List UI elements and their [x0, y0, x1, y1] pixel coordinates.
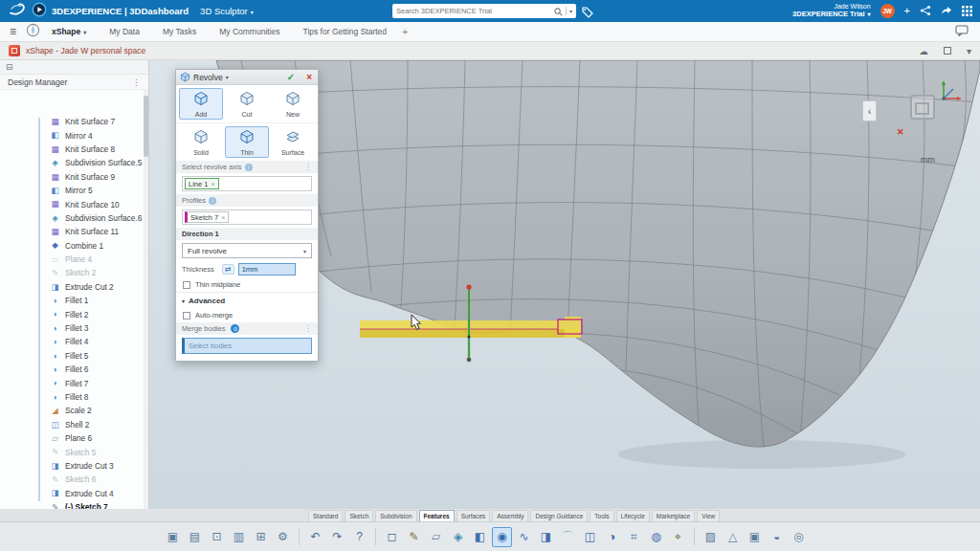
- revolve-mode-thin-button[interactable]: Thin: [225, 126, 269, 158]
- 3ds-logo-icon[interactable]: [8, 2, 29, 21]
- maximize-icon[interactable]: [944, 47, 951, 55]
- tree-item-knit-surface-11[interactable]: ▦Knit Surface 11: [0, 225, 143, 238]
- tree-item-fillet-8[interactable]: ◗Fillet 8: [0, 390, 143, 404]
- tree-item-knit-surface-8[interactable]: ▦Knit Surface 8: [0, 143, 143, 156]
- scrollbar-thumb[interactable]: [144, 96, 148, 157]
- add-content-icon[interactable]: +: [904, 6, 910, 16]
- add-tab-button[interactable]: +: [402, 26, 408, 37]
- bottom-tab-surfaces[interactable]: Surfaces: [457, 510, 491, 521]
- tree-item-knit-surface-7[interactable]: ▦Knit Surface 7: [0, 115, 143, 128]
- menu-item-xshape[interactable]: xShape▾: [52, 27, 86, 36]
- measure-tool-icon[interactable]: ⌖: [668, 527, 688, 547]
- axes-triad-icon[interactable]: [936, 77, 965, 110]
- tree-item-subdivision-surface-5[interactable]: ◈Subdivision Surface.5: [0, 156, 143, 169]
- tree-item-shell-2[interactable]: ◫Shell 2: [0, 418, 143, 431]
- chat-icon[interactable]: [955, 23, 969, 40]
- app-title[interactable]: 3D Sculptor▾: [200, 6, 254, 16]
- bottom-tab-standard[interactable]: Standard: [308, 510, 343, 521]
- view-indicator-icon[interactable]: [910, 95, 935, 120]
- info-icon[interactable]: i: [245, 164, 253, 171]
- user-info[interactable]: Jade Wilson 3DEXPERIENCE Trial▾: [792, 3, 870, 19]
- redo-icon[interactable]: ↷: [327, 527, 347, 547]
- search-icon[interactable]: [554, 3, 563, 20]
- chevron-down-icon[interactable]: ▾: [226, 74, 229, 80]
- advanced-expander[interactable]: ▾ Advanced: [176, 292, 318, 308]
- tree-item-fillet-6[interactable]: ◗Fillet 6: [0, 363, 143, 376]
- info-icon[interactable]: i: [209, 197, 216, 205]
- search-bar[interactable]: ▾: [392, 4, 576, 18]
- section-menu-icon[interactable]: ⋮: [304, 163, 312, 171]
- section-tool-icon[interactable]: ▨: [701, 527, 721, 547]
- tree-item-mirror-5[interactable]: ◧Mirror 5: [0, 184, 143, 197]
- display-tool-icon[interactable]: △: [723, 527, 743, 547]
- tree-item-extrude-cut-2[interactable]: ◨Extrude Cut 2: [0, 280, 143, 294]
- revolve-type-add-button[interactable]: Add: [179, 88, 223, 120]
- confirm-button[interactable]: ✓: [287, 72, 295, 82]
- collapse-tools-chevron[interactable]: ‹: [862, 100, 877, 121]
- tree-item-fillet-7[interactable]: ◗Fillet 7: [0, 376, 143, 389]
- plane-tool-icon[interactable]: ▱: [426, 527, 446, 547]
- revolve-type-select[interactable]: Full revolve ▾: [182, 243, 312, 258]
- search-options-caret-icon[interactable]: ▾: [569, 8, 572, 14]
- tag-icon[interactable]: [582, 5, 593, 22]
- view-settings-icon[interactable]: ◎: [789, 527, 809, 547]
- combine-tool-icon[interactable]: ◍: [646, 527, 666, 547]
- revolve-type-new-button[interactable]: New: [271, 88, 315, 120]
- panel-scrollbar[interactable]: [144, 90, 148, 509]
- forward-icon[interactable]: [941, 3, 952, 20]
- cloud-sync-icon[interactable]: ☁: [919, 46, 928, 56]
- tree-item-sketch-2[interactable]: ✎Sketch 2: [0, 266, 143, 279]
- thin-midplane-checkbox[interactable]: [183, 281, 190, 289]
- bottom-tab-subdivision[interactable]: Subdivision: [375, 510, 416, 521]
- tree-rollback-bar[interactable]: [38, 118, 40, 501]
- tree-toggle-icon[interactable]: ⊟: [6, 62, 13, 72]
- bottom-tab-sketch[interactable]: Sketch: [345, 510, 373, 521]
- tree-item-subdivision-surface-6[interactable]: ◈Subdivision Surface.6: [0, 211, 143, 225]
- shell-tool-icon[interactable]: ◫: [580, 527, 600, 547]
- sweep-tool-icon[interactable]: ∿: [514, 527, 534, 547]
- print-icon[interactable]: ▥: [229, 527, 249, 547]
- bottom-tab-lifecycle[interactable]: Lifecycle: [616, 510, 650, 521]
- tree-item-scale-2[interactable]: ◢Scale 2: [0, 404, 143, 417]
- thickness-input[interactable]: 1mm: [238, 263, 296, 276]
- settings-icon[interactable]: ⚙: [273, 527, 293, 547]
- menu-item-my-tasks[interactable]: My Tasks: [163, 27, 196, 36]
- share-icon[interactable]: [920, 3, 931, 20]
- menu-item-tips-for-getting-started[interactable]: Tips for Getting Started: [303, 27, 388, 36]
- select-bodies-field[interactable]: Select bodies: [182, 338, 312, 354]
- bottom-tab-features[interactable]: Features: [419, 510, 455, 521]
- tree-item-sketch-7[interactable]: ✎(-) Sketch 7: [0, 500, 143, 509]
- tree-item-fillet-3[interactable]: ◗Fillet 3: [0, 321, 143, 335]
- select-icon[interactable]: ◻: [382, 527, 402, 547]
- revolve-mode-surface-button[interactable]: Surface: [271, 126, 315, 158]
- tree-item-fillet-5[interactable]: ◗Fillet 5: [0, 349, 143, 363]
- axis-endpoint-bottom[interactable]: [467, 358, 472, 363]
- tree-item-combine-1[interactable]: ◆Combine 1: [0, 239, 143, 253]
- view-grid-icon[interactable]: ⊞: [251, 527, 271, 547]
- axis-endpoint-top[interactable]: [466, 284, 471, 289]
- loft-tool-icon[interactable]: ◨: [536, 527, 556, 547]
- new-sheet-icon[interactable]: ▤: [185, 527, 205, 547]
- tree-item-fillet-4[interactable]: ◗Fillet 4: [0, 335, 143, 348]
- close-button[interactable]: ×: [306, 72, 312, 82]
- tree-item-plane-4[interactable]: ▱Plane 4: [0, 253, 143, 266]
- tree-item-fillet-2[interactable]: ◗Fillet 2: [0, 307, 143, 320]
- appearance-tool-icon[interactable]: ◒: [767, 527, 787, 547]
- axis-chip[interactable]: Line 1×: [185, 178, 219, 189]
- bottom-tab-view[interactable]: View: [697, 510, 720, 521]
- revolve-mode-solid-button[interactable]: Solid: [179, 126, 223, 158]
- tree-item-extrude-cut-3[interactable]: ◨Extrude Cut 3: [0, 459, 143, 473]
- tree-item-mirror-4[interactable]: ◧Mirror 4: [0, 128, 143, 142]
- avatar[interactable]: JW: [880, 4, 895, 18]
- tree-item-sketch-5[interactable]: ✎Sketch 5: [0, 445, 143, 458]
- compass-icon[interactable]: [26, 23, 40, 41]
- flip-direction-icon[interactable]: ⇄: [222, 264, 234, 275]
- bottom-tab-marketplace[interactable]: Marketplace: [652, 510, 695, 521]
- menu-item-my-communities[interactable]: My Communities: [219, 27, 279, 36]
- save-icon[interactable]: ⊡: [207, 527, 227, 547]
- search-input[interactable]: [396, 7, 554, 15]
- undo-icon[interactable]: ↶: [305, 527, 325, 547]
- mirror-tool-icon[interactable]: ◑: [602, 527, 622, 547]
- revolve-type-cut-button[interactable]: Cut: [225, 88, 269, 120]
- dialog-titlebar[interactable]: Revolve ▾ ✓ ×: [176, 70, 318, 85]
